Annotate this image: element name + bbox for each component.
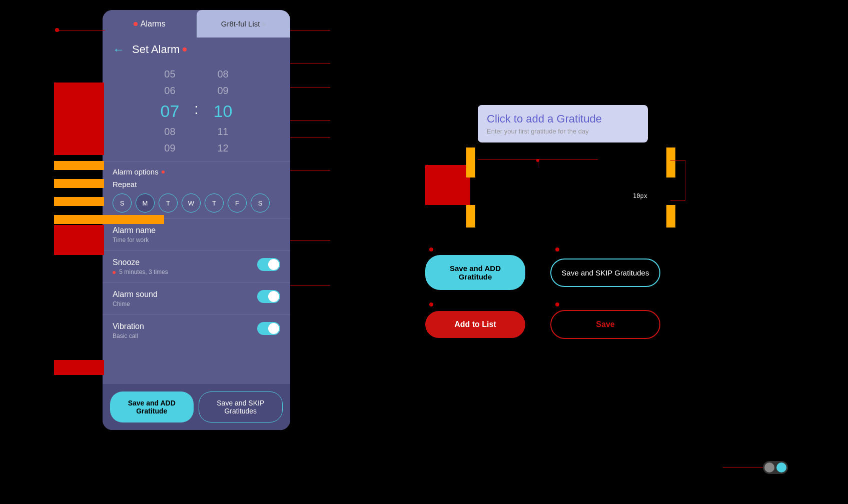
red-block-left-mid: [54, 225, 104, 255]
right-buttons: Save and ADD Gratitude Save and SKIP Gra…: [425, 255, 675, 339]
snooze-toggle[interactable]: [257, 258, 280, 271]
gratitude-card-placeholder: Enter your first gratitude for the day: [487, 128, 639, 135]
toggle-detail-area: [763, 461, 788, 474]
time-picker[interactable]: 05 06 07 08 09 : 08 09 10 11 12: [103, 62, 290, 161]
minute-12: 12: [207, 140, 238, 156]
vibration-toggle[interactable]: [257, 322, 280, 335]
ann-line-tab-alarms: [55, 30, 105, 30]
alarm-name-value: Time for work: [113, 236, 156, 244]
right-save-add-button[interactable]: Save and ADD Gratitude: [425, 255, 525, 290]
gold-bar-bot: [466, 205, 475, 228]
alarm-sound-label: Alarm sound: [113, 290, 158, 299]
vibration-sub: Basic call: [113, 332, 144, 340]
tab-bar: Alarms Gr8t-ful List: [103, 10, 290, 38]
alarm-sound-row: Alarm sound Chime: [103, 282, 290, 314]
save-add-gratitude-button[interactable]: Save and ADD Gratitude: [110, 392, 194, 422]
orange-bar-3: [54, 197, 104, 206]
right-save-skip-button[interactable]: Save and SKIP Gratitudes: [550, 258, 660, 287]
btn-row-1: Save and ADD Gratitude Save and SKIP Gra…: [425, 255, 675, 290]
header-dot-icon: [183, 48, 187, 52]
orange-bar-2: [54, 179, 104, 188]
tab-grateful[interactable]: Gr8t-ful List: [197, 10, 291, 38]
minute-11: 11: [207, 124, 238, 140]
minute-column[interactable]: 08 09 10 11 12: [204, 66, 243, 156]
red-block-left-top: [54, 82, 104, 155]
alarm-sound-toggle[interactable]: [257, 290, 280, 303]
spacing-label: 10px: [633, 192, 647, 200]
set-alarm-header: ← Set Alarm: [103, 38, 290, 62]
ann-dot-btn4: [555, 302, 559, 306]
snooze-label: Snooze: [113, 258, 168, 267]
minute-selected: 10: [204, 100, 243, 123]
gratitude-area: Click to add a Gratitude Enter your firs…: [425, 105, 675, 215]
snooze-row: Snooze 5 minutes, 3 times: [103, 250, 290, 282]
hour-09: 09: [154, 140, 185, 156]
add-to-list-button[interactable]: Add to List: [425, 311, 525, 338]
right-panel: Click to add a Gratitude Enter your firs…: [425, 50, 675, 339]
red-block-left-bot: [54, 360, 104, 375]
ann-dot-card: [536, 159, 539, 162]
ann-line-time-bot: [290, 138, 330, 138]
btn-row-2: Add to List Save: [425, 310, 675, 339]
page-title: Set Alarm: [132, 43, 180, 56]
ann-line-card-right-bot: [670, 200, 685, 200]
hour-column[interactable]: 05 06 07 08 09: [151, 66, 190, 156]
day-monday[interactable]: M: [136, 194, 155, 212]
day-wednesday[interactable]: W: [182, 194, 201, 212]
toggle-knob-left: [764, 462, 774, 472]
save-button[interactable]: Save: [550, 310, 660, 339]
repeat-label: Repeat: [113, 180, 280, 188]
snooze-sub: 5 minutes, 3 times: [113, 268, 168, 276]
ann-dot-tab-alarms: [55, 28, 59, 32]
alarm-options-text: Alarm options: [113, 168, 159, 176]
minute-08: 08: [207, 66, 238, 82]
gratitude-card-title: Click to add a Gratitude: [487, 112, 639, 126]
vibration-row: Vibration Basic call: [103, 314, 290, 346]
day-thursday[interactable]: T: [205, 194, 224, 212]
alarm-sound-sub: Chime: [113, 300, 158, 308]
detail-toggle[interactable]: [763, 461, 788, 474]
vibration-label: Vibration: [113, 322, 144, 331]
ann-line-time-top: [290, 88, 330, 88]
ann-line-alarm-name: [290, 240, 330, 240]
grateful-tab-label: Gr8t-ful List: [221, 20, 260, 28]
ann-line-toggle: [723, 468, 763, 468]
hour-05: 05: [154, 66, 185, 82]
alarm-options-section: Alarm options Repeat S M T W T F S: [103, 161, 290, 218]
day-saturday[interactable]: S: [251, 194, 270, 212]
day-sunday[interactable]: S: [113, 194, 132, 212]
alarms-tab-label: Alarms: [141, 20, 166, 28]
bottom-buttons: Save and ADD Gratitude Save and SKIP Gra…: [103, 384, 290, 430]
ann-line-header: [290, 64, 330, 64]
hour-06: 06: [154, 83, 185, 98]
days-row: S M T W T F S: [113, 194, 280, 212]
ann-line-tab-grateful: [290, 30, 330, 30]
ann-line-card-right-v: [685, 160, 685, 200]
ann-line-snooze: [290, 285, 330, 286]
snooze-sub-text: 5 minutes, 3 times: [119, 268, 168, 276]
alarm-options-dot: [162, 170, 165, 174]
hour-selected: 07: [151, 100, 190, 123]
snooze-dot-icon: [113, 271, 116, 274]
minute-09: 09: [207, 83, 238, 98]
alarm-name-label: Alarm name: [113, 226, 156, 235]
day-friday[interactable]: F: [228, 194, 247, 212]
ann-dot-btn2: [555, 248, 559, 252]
back-button[interactable]: ←: [113, 42, 125, 56]
gratitude-card[interactable]: Click to add a Gratitude Enter your firs…: [478, 105, 648, 142]
toggle-knob-right: [776, 462, 786, 472]
save-skip-gratitudes-button[interactable]: Save and SKIP Gratitudes: [199, 392, 283, 422]
time-separator: :: [194, 100, 198, 118]
ann-dot-btn1: [429, 248, 433, 252]
day-tuesday[interactable]: T: [159, 194, 178, 212]
gold-bar-right-top: [666, 148, 675, 178]
tab-alarms[interactable]: Alarms: [103, 10, 197, 38]
red-block-right-top: [425, 165, 470, 205]
alarm-options-label: Alarm options: [113, 168, 280, 176]
hour-08: 08: [154, 124, 185, 140]
ann-line-card-right: [670, 160, 685, 160]
orange-bar-1: [54, 161, 104, 170]
ann-line-alarm-opts: [290, 170, 330, 170]
gold-bar-top: [466, 148, 475, 178]
ann-dot-btn3: [429, 302, 433, 306]
